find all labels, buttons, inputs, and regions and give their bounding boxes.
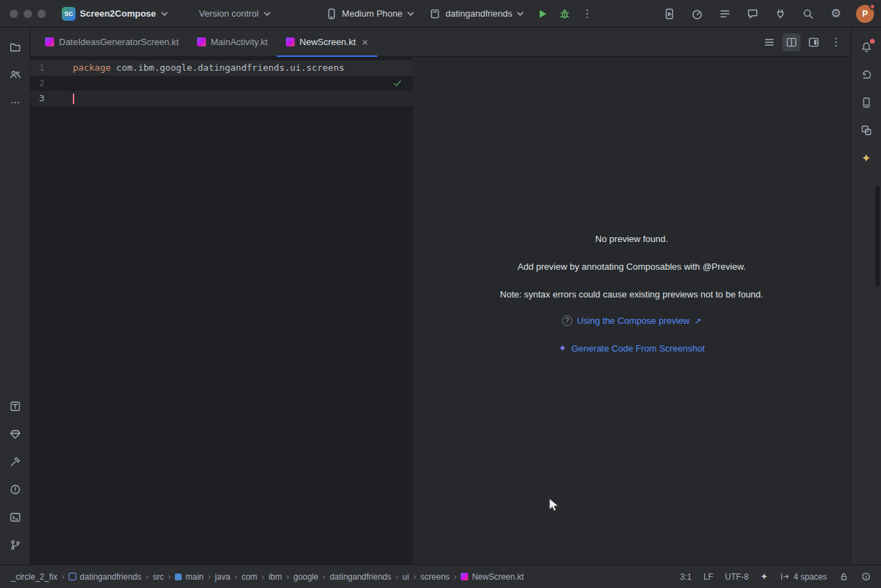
problems-tool-button[interactable] <box>4 478 26 501</box>
close-tab-icon[interactable]: × <box>361 37 368 47</box>
chevron-down-icon <box>516 10 524 18</box>
breadcrumb-separator <box>262 571 264 582</box>
compose-preview-docs-link[interactable]: Using the Compose preview <box>562 315 702 326</box>
caret-position-widget[interactable]: 3:1 <box>680 572 692 582</box>
design-tools-button[interactable] <box>4 395 26 417</box>
profiler-icon <box>691 8 703 20</box>
asset-studio-button[interactable] <box>4 423 26 445</box>
kotlin-file-icon <box>45 37 54 46</box>
breadcrumb-item[interactable]: datingandfriends <box>328 571 393 582</box>
run-button[interactable] <box>533 5 551 23</box>
kebab-icon: ⋮ <box>830 37 841 48</box>
breadcrumb-item[interactable]: ui <box>401 571 410 582</box>
version-control-tool-button[interactable] <box>4 534 26 556</box>
phone-icon <box>325 8 338 20</box>
logcat-button[interactable] <box>716 5 734 23</box>
editor-tabbar: DateIdeasGeneratorScreen.kt MainActivity… <box>31 28 850 57</box>
keyword-token: package <box>73 60 111 76</box>
running-devices-button[interactable] <box>660 5 678 23</box>
vcs-widget[interactable]: Version control <box>194 6 276 21</box>
editor-split: 1 package com.ibm.google.datingandfriend… <box>31 57 850 564</box>
avatar[interactable]: P <box>856 5 874 23</box>
plugins-button[interactable] <box>771 5 789 23</box>
preview-note: Note: syntax errors could cause existing… <box>500 289 763 300</box>
more-actions-button[interactable]: ⋮ <box>578 5 596 23</box>
ai-status-button[interactable]: ✦ <box>760 572 768 581</box>
indent-label: 4 spaces <box>794 572 827 582</box>
resource-manager-tool-button[interactable] <box>4 64 26 86</box>
gem-icon <box>9 428 22 440</box>
tab-dateideasgeneratorscreen[interactable]: DateIdeasGeneratorScreen.kt <box>36 28 188 56</box>
notifications-button[interactable] <box>855 36 878 58</box>
code-token: com.ibm.google.datingandfriends.ui.scree… <box>111 60 345 76</box>
breadcrumb-item[interactable]: main <box>173 571 205 582</box>
run-config-selector[interactable]: datingandfriends <box>424 5 529 23</box>
external-link-icon <box>694 315 701 326</box>
generate-code-from-screenshot-link[interactable]: Generate Code From Screenshot <box>558 343 705 354</box>
breadcrumb-item[interactable]: com <box>240 571 259 582</box>
editor-column: DateIdeasGeneratorScreen.kt MainActivity… <box>31 28 850 564</box>
minimize-window-button[interactable] <box>24 10 32 18</box>
split-mode-button[interactable] <box>782 33 801 51</box>
line-ending-widget[interactable]: LF <box>703 572 713 582</box>
readonly-toggle[interactable] <box>839 571 849 582</box>
left-tool-stripe <box>0 28 31 564</box>
close-window-button[interactable] <box>10 10 18 18</box>
project-widget[interactable]: SC Screen2Compose <box>57 4 173 24</box>
breadcrumb-item[interactable]: datingandfriends <box>67 571 143 582</box>
breadcrumb-item[interactable]: screens <box>419 571 451 582</box>
indent-widget[interactable]: 4 spaces <box>780 571 827 582</box>
people-icon <box>9 69 22 81</box>
more-tool-windows-button[interactable] <box>4 92 26 114</box>
breadcrumb-item[interactable]: _circle_2_fix <box>10 571 59 582</box>
project-tool-button[interactable] <box>4 36 26 58</box>
terminal-tool-button[interactable] <box>4 506 26 528</box>
gemini-button[interactable]: ✦ <box>855 147 878 169</box>
code-line-current[interactable]: 3 <box>31 91 413 106</box>
list-lines-icon <box>763 36 776 49</box>
tab-mainactivity[interactable]: MainActivity.kt <box>188 28 277 56</box>
breadcrumb-item[interactable]: google <box>292 571 320 582</box>
folder-icon <box>9 41 22 53</box>
chevron-down-icon <box>407 10 415 18</box>
line-number[interactable]: 3 <box>31 91 44 106</box>
debug-button[interactable] <box>556 5 574 23</box>
split-view-icon <box>785 36 798 49</box>
breadcrumb-separator <box>323 571 325 582</box>
layout-inspector-button[interactable] <box>855 119 878 141</box>
tab-newscreen[interactable]: NewScreen.kt × <box>277 28 377 56</box>
gradle-tool-button[interactable] <box>855 64 878 86</box>
device-explorer-button[interactable] <box>855 92 878 114</box>
code-editor[interactable]: 1 package com.ibm.google.datingandfriend… <box>31 57 413 564</box>
zoom-window-button[interactable] <box>37 10 46 18</box>
search-everywhere-button[interactable] <box>799 5 817 23</box>
source-root-icon <box>175 573 182 580</box>
settings-button[interactable]: ⚙ <box>827 5 845 23</box>
breadcrumb-item[interactable]: java <box>214 571 232 582</box>
tab-label: NewScreen.kt <box>300 37 356 47</box>
notification-dot <box>869 3 875 10</box>
device-selector[interactable]: Medium Phone <box>320 5 420 23</box>
code-mode-button[interactable] <box>760 33 778 51</box>
encoding-widget[interactable]: UTF-8 <box>725 572 749 582</box>
device-selector-label: Medium Phone <box>342 8 402 19</box>
line-number[interactable]: 1 <box>31 60 44 76</box>
statusbar-widgets: 3:1 LF UTF-8 ✦ 4 spaces <box>680 571 871 582</box>
window-controls <box>10 10 46 18</box>
assistant-button[interactable] <box>744 5 762 23</box>
tab-options-button[interactable]: ⋮ <box>827 33 845 51</box>
breadcrumb: _circle_2_fix datingandfriends src main … <box>10 571 525 582</box>
main-area: DateIdeasGeneratorScreen.kt MainActivity… <box>0 28 881 564</box>
breadcrumb-item[interactable]: ibm <box>267 571 283 582</box>
code-line[interactable]: 1 package com.ibm.google.datingandfriend… <box>31 60 413 76</box>
build-tool-button[interactable] <box>4 451 26 473</box>
scrollbar-thumb[interactable] <box>875 186 880 286</box>
profiler-button[interactable] <box>688 5 706 23</box>
breadcrumb-item[interactable]: src <box>151 571 165 582</box>
line-number[interactable]: 2 <box>31 76 44 91</box>
code-line[interactable]: 2 <box>31 76 413 91</box>
bug-icon <box>558 8 571 20</box>
breadcrumb-item-file[interactable]: NewScreen.kt <box>459 571 525 582</box>
design-mode-button[interactable] <box>805 33 823 51</box>
inspections-widget[interactable] <box>861 571 871 582</box>
